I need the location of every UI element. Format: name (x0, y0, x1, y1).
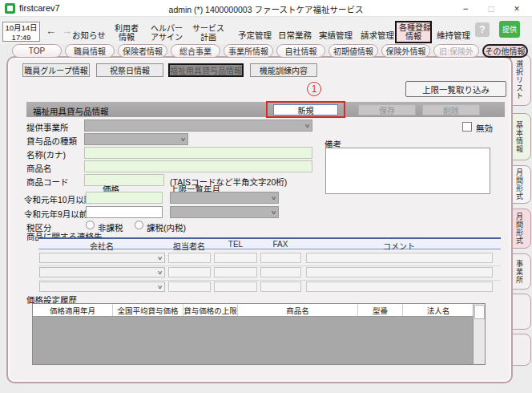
chevron-down-icon: ∨ (180, 136, 187, 143)
maximize-icon[interactable]: □ (479, 0, 503, 17)
price-after-input[interactable] (86, 192, 163, 204)
section-title: 福祉用具貸与品情報 (33, 105, 109, 117)
tab-staff-info[interactable]: 職員情報 (65, 44, 115, 58)
forward-arrow-icon[interactable]: → (62, 25, 72, 37)
contact-comment-input[interactable] (306, 267, 493, 278)
tax-included-radio[interactable] (135, 221, 143, 229)
side-tab-monthly-format-2[interactable]: 月間形式 (510, 209, 531, 249)
kana-name-input[interactable] (84, 147, 312, 159)
tab-company-info[interactable]: 自社情報 (276, 44, 325, 58)
menu-notice[interactable]: お知らせ (72, 29, 106, 41)
tab-old-noninsurance[interactable]: 旧:保険外 (433, 44, 479, 58)
subtab-holidays[interactable]: 祝祭日情報 (96, 63, 163, 77)
tax-included-label: 課税(内税) (147, 221, 186, 233)
close-icon[interactable]: × (505, 0, 529, 17)
product-name-label: 商品名 (26, 162, 52, 174)
back-arrow-icon[interactable]: ← (46, 25, 56, 37)
scrollbar-thumb[interactable] (474, 305, 485, 319)
contact-tel-input[interactable] (214, 282, 257, 292)
contacts-header-person: 担当者名 (173, 240, 205, 252)
tab-insurer-info[interactable]: 保険者情報 (118, 44, 167, 58)
tab-initial-values[interactable]: 初期値情報 (328, 44, 378, 58)
side-tab-blank-2[interactable] (510, 334, 531, 366)
invalid-checkbox[interactable] (462, 122, 472, 132)
history-scrollbar[interactable] (473, 304, 485, 364)
contact-person-input[interactable] (168, 267, 211, 278)
contacts-header-company: 会社名 (90, 240, 114, 252)
history-header-row: 価格適用年月 全国平均貸与価格 貸与価格の上限 商品名 型番 法人名 (33, 304, 474, 317)
minimize-icon[interactable]: − (453, 0, 478, 17)
memo-textarea[interactable] (325, 148, 490, 194)
save-button[interactable]: 保存 (358, 104, 416, 115)
contact-tel-input[interactable] (214, 253, 257, 263)
contact-person-input[interactable] (168, 282, 211, 292)
side-tab-office[interactable]: 事業所 (510, 253, 531, 290)
history-table: 価格適用年月 全国平均貸与価格 貸与価格の上限 商品名 型番 法人名 (32, 303, 486, 365)
menu-maintenance[interactable]: 維持管理 (437, 29, 470, 41)
chevron-down-icon: ∨ (271, 209, 277, 216)
history-header-month: 価格適用年月 (33, 304, 113, 316)
row-divider (38, 265, 501, 266)
chevron-down-icon: ∨ (271, 195, 277, 201)
tab-other-info-active[interactable]: その他情報 (482, 44, 528, 58)
highlight-red-box (266, 101, 345, 118)
tab-general-business[interactable]: 総合事業 (171, 44, 220, 58)
product-code-input[interactable] (84, 174, 164, 186)
import-upper-limit-button[interactable]: 上限一覧取り込み (405, 81, 506, 97)
limit-before-select[interactable]: ∨ (170, 206, 279, 218)
provide-button[interactable]: 提供 (499, 21, 520, 38)
chevron-down-icon: ∨ (157, 255, 163, 261)
menu-service-plan[interactable]: サービス 計画 (189, 24, 228, 42)
tab-office-info[interactable]: 事業所情報 (224, 44, 273, 58)
limit-after-select[interactable]: ∨ (170, 192, 279, 204)
history-header-avg-price: 全国平均貸与価格 (113, 304, 183, 316)
menu-daily-work[interactable]: 日常業務 (278, 29, 312, 41)
contact-comment-input[interactable] (306, 253, 493, 263)
tax-exempt-radio[interactable] (86, 221, 95, 229)
subtab-staff-group[interactable]: 職員グループ情報 (22, 63, 90, 77)
subtab-welfare-equipment-active[interactable]: 福祉用具貸与品情報 (168, 63, 244, 77)
menu-registration-active[interactable]: 各種登録 情報 (395, 21, 432, 43)
contact-fax-input[interactable] (260, 267, 301, 278)
subtab-function-training[interactable]: 機能訓練内容 (250, 63, 317, 77)
contact-company-select[interactable]: ∨ (39, 253, 165, 263)
menu-helper-assign[interactable]: ヘルパー アサイン (146, 24, 187, 42)
history-header-limit: 貸与価格の上限 (183, 304, 238, 316)
history-header-product: 商品名 (238, 304, 358, 316)
title-bar: firstcarev7 admin (*) 1400000003 ファーストケア… (0, 0, 532, 17)
chevron-down-icon: ∨ (157, 284, 163, 290)
tab-top[interactable]: TOP (12, 44, 62, 58)
app-title: firstcarev7 (19, 3, 60, 13)
side-tab-monthly-format-1[interactable]: 月間形式 (510, 165, 531, 204)
side-tab-blank-1[interactable] (510, 294, 531, 330)
menu-schedule[interactable]: 予定管理 (238, 29, 272, 41)
contacts-header-comment: コメント (383, 240, 415, 252)
menu-user-info[interactable]: 利用者 情報 (109, 24, 144, 42)
session-info: admin (*) 1400000003 ファーストケア福祉サービス (169, 3, 364, 15)
history-header-corp: 法人名 (403, 304, 474, 316)
help-button[interactable]: ? (475, 22, 490, 37)
contact-fax-input[interactable] (260, 253, 301, 263)
provider-select[interactable]: ∨ (84, 120, 312, 132)
contact-fax-input[interactable] (260, 282, 301, 292)
side-tab-select-list[interactable]: 選択リスト (510, 55, 531, 106)
tab-noninsurance-info[interactable]: 保険外情報 (381, 44, 430, 58)
contact-comment-input[interactable] (306, 282, 493, 292)
delete-button[interactable]: 削除 (422, 104, 480, 115)
provider-label: 提供事業所 (26, 121, 69, 133)
contact-company-select[interactable]: ∨ (39, 267, 165, 278)
chevron-down-icon: ∨ (157, 269, 163, 276)
contact-company-select[interactable]: ∨ (39, 282, 165, 292)
datetime-box: 10月14日 17:49 (2, 22, 40, 42)
side-tab-basic-info[interactable]: 基本情報 (510, 113, 531, 160)
contact-tel-input[interactable] (214, 267, 257, 278)
contact-person-input[interactable] (168, 253, 211, 263)
menu-results[interactable]: 実績管理 (319, 29, 353, 41)
menu-billing[interactable]: 請求管理 (361, 29, 394, 41)
current-time: 17:49 (3, 33, 39, 43)
rental-type-select[interactable]: ∨ (84, 133, 188, 145)
price-before-input[interactable] (86, 206, 163, 218)
rental-type-label: 貸与品の種類 (26, 135, 77, 147)
product-name-input[interactable] (84, 160, 312, 172)
contacts-header-fax: FAX (273, 240, 288, 249)
